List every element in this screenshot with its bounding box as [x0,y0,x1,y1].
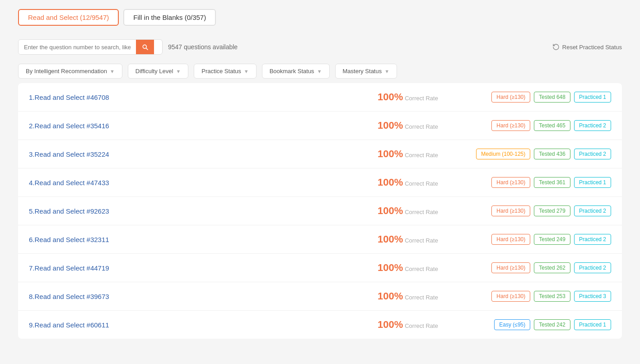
filter-difficulty-label: Difficulty Level [135,68,173,75]
badges: Easy (≤95) Tested 242 Practiced 1 [458,319,611,330]
correct-rate: 100% Correct Rate [367,205,448,217]
tested-badge: Tested 465 [534,120,570,131]
percent-value: 100% [378,233,403,245]
tab-fill-blanks[interactable]: Fill in the Blanks (0/357) [123,9,216,26]
tab-read-select[interactable]: Read and Select (12/9547) [18,9,119,26]
reset-practiced-button[interactable]: Reset Practiced Status [552,43,622,51]
question-title: 1.Read and Select #46708 [29,93,358,101]
badges: Hard (≥130) Tested 262 Practiced 2 [458,262,611,273]
table-row[interactable]: 1.Read and Select #46708 100% Correct Ra… [18,83,622,112]
difficulty-badge: Hard (≥130) [491,120,530,131]
difficulty-badge: Hard (≥130) [491,205,530,216]
difficulty-badge: Easy (≤95) [494,319,530,330]
question-link[interactable]: 9.Read and Select #60611 [29,321,109,329]
filter-recommendation-label: By Intelligent Recommendation [26,68,107,75]
tested-badge: Tested 253 [534,291,570,302]
reset-label: Reset Practiced Status [562,44,622,51]
tested-badge: Tested 262 [534,262,570,273]
question-link[interactable]: 5.Read and Select #92623 [29,207,109,215]
correct-rate: 100% Correct Rate [367,91,448,103]
question-list: 1.Read and Select #46708 100% Correct Ra… [18,83,622,339]
badges: Medium (100-125) Tested 436 Practiced 2 [458,149,611,159]
search-button[interactable] [136,40,154,54]
chevron-down-icon: ▼ [317,69,322,74]
table-row[interactable]: 9.Read and Select #60611 100% Correct Ra… [18,311,622,339]
question-title: 4.Read and Select #47433 [29,179,358,187]
question-link[interactable]: 1.Read and Select #46708 [29,93,109,101]
correct-rate-label: Correct Rate [405,294,438,301]
filter-difficulty[interactable]: Difficulty Level ▼ [128,64,188,79]
filter-mastery-label: Mastery Status [343,68,382,75]
question-title: 7.Read and Select #44719 [29,264,358,272]
practiced-badge: Practiced 2 [574,120,611,131]
question-link[interactable]: 4.Read and Select #47433 [29,179,109,187]
filter-practice[interactable]: Practice Status ▼ [194,64,256,79]
percent-value: 100% [378,177,403,188]
search-icon [141,43,149,51]
practiced-badge: Practiced 1 [574,92,611,103]
tested-badge: Tested 279 [534,205,570,216]
question-link[interactable]: 8.Read and Select #39673 [29,293,109,300]
question-title: 2.Read and Select #35416 [29,122,358,130]
filter-mastery[interactable]: Mastery Status ▼ [335,64,397,79]
badges: Hard (≥130) Tested 249 Practiced 2 [458,234,611,245]
badges: Hard (≥130) Tested 361 Practiced 1 [458,177,611,188]
reset-icon [552,43,560,51]
tested-badge: Tested 249 [534,234,570,245]
question-link[interactable]: 3.Read and Select #35224 [29,150,109,158]
table-row[interactable]: 6.Read and Select #32311 100% Correct Ra… [18,225,622,254]
badges: Hard (≥130) Tested 465 Practiced 2 [458,120,611,131]
filter-bookmark-label: Bookmark Status [270,68,314,75]
question-title: 6.Read and Select #32311 [29,236,358,243]
question-link[interactable]: 6.Read and Select #32311 [29,236,109,243]
practiced-badge: Practiced 2 [574,234,611,245]
search-input[interactable] [19,40,136,54]
chevron-down-icon: ▼ [110,69,115,74]
correct-rate: 100% Correct Rate [367,290,448,302]
badges: Hard (≥130) Tested 279 Practiced 2 [458,205,611,216]
practiced-badge: Practiced 3 [574,291,611,302]
correct-rate: 100% Correct Rate [367,262,448,274]
chevron-down-icon: ▼ [384,69,389,74]
questions-count: 9547 questions available [168,43,547,51]
correct-rate: 100% Correct Rate [367,319,448,331]
difficulty-badge: Hard (≥130) [491,92,530,103]
question-link[interactable]: 2.Read and Select #35416 [29,122,109,130]
correct-rate-label: Correct Rate [405,266,438,272]
badges: Hard (≥130) Tested 253 Practiced 3 [458,291,611,302]
percent-value: 100% [378,148,403,159]
question-link[interactable]: 7.Read and Select #44719 [29,264,109,272]
percent-value: 100% [378,91,403,103]
chevron-down-icon: ▼ [176,69,181,74]
search-row: 9547 questions available Reset Practiced… [18,39,622,55]
tested-badge: Tested 648 [534,92,570,103]
correct-rate-label: Correct Rate [405,237,438,244]
table-row[interactable]: 8.Read and Select #39673 100% Correct Ra… [18,282,622,311]
tested-badge: Tested 436 [534,149,570,159]
difficulty-badge: Medium (100-125) [476,149,530,159]
filter-recommendation[interactable]: By Intelligent Recommendation ▼ [18,64,122,79]
tabs-row: Read and Select (12/9547) Fill in the Bl… [18,9,622,26]
table-row[interactable]: 4.Read and Select #47433 100% Correct Ra… [18,168,622,197]
table-row[interactable]: 7.Read and Select #44719 100% Correct Ra… [18,254,622,282]
question-title: 5.Read and Select #92623 [29,207,358,215]
difficulty-badge: Hard (≥130) [491,234,530,245]
filter-bookmark[interactable]: Bookmark Status ▼ [262,64,330,79]
chevron-down-icon: ▼ [244,69,249,74]
table-row[interactable]: 3.Read and Select #35224 100% Correct Ra… [18,140,622,168]
difficulty-badge: Hard (≥130) [491,177,530,188]
percent-value: 100% [378,319,403,330]
correct-rate-label: Correct Rate [405,209,438,215]
correct-rate: 100% Correct Rate [367,148,448,160]
question-title: 8.Read and Select #39673 [29,293,358,300]
filter-row: By Intelligent Recommendation ▼ Difficul… [18,64,622,79]
correct-rate: 100% Correct Rate [367,233,448,245]
table-row[interactable]: 5.Read and Select #92623 100% Correct Ra… [18,197,622,225]
practiced-badge: Practiced 2 [574,205,611,216]
practiced-badge: Practiced 2 [574,149,611,159]
correct-rate: 100% Correct Rate [367,177,448,188]
percent-value: 100% [378,290,403,302]
table-row[interactable]: 2.Read and Select #35416 100% Correct Ra… [18,112,622,140]
correct-rate-label: Correct Rate [405,152,438,159]
correct-rate-label: Correct Rate [405,95,438,102]
